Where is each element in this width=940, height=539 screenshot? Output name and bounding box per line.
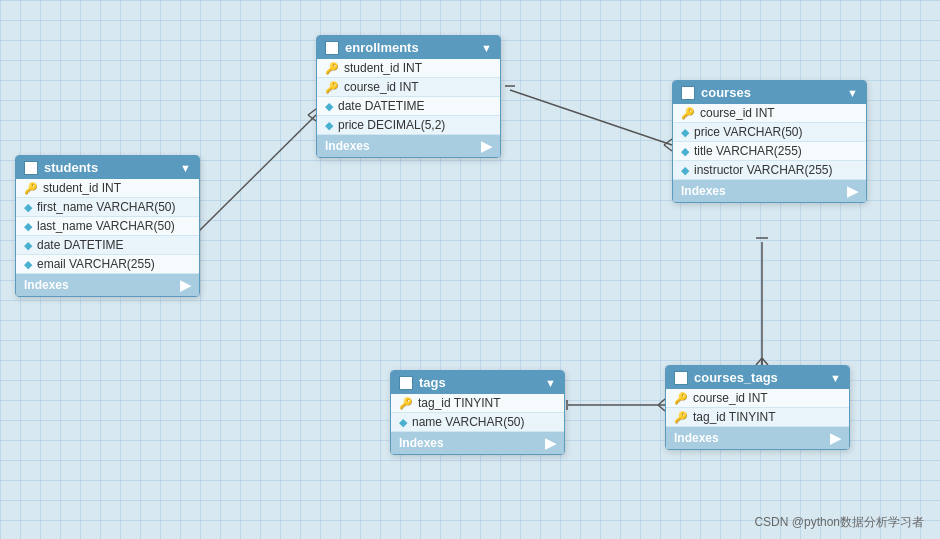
- tags-indexes[interactable]: Indexes ▶: [391, 432, 564, 454]
- table-tags: tags ▼ 🔑 tag_id TINYINT ◆ name VARCHAR(5…: [390, 370, 565, 455]
- tags-col-2: ◆ name VARCHAR(50): [391, 413, 564, 432]
- tags-col-2-text: name VARCHAR(50): [412, 415, 524, 429]
- diamond-icon: ◆: [325, 100, 333, 113]
- table-courses-tags: courses_tags ▼ 🔑 course_id INT 🔑 tag_id …: [665, 365, 850, 450]
- enrollments-col-1-text: student_id INT: [344, 61, 422, 75]
- courses-dropdown-arrow[interactable]: ▼: [847, 87, 858, 99]
- students-col-4-text: date DATETIME: [37, 238, 123, 252]
- table-enrollments: enrollments ▼ 🔑 student_id INT 🔑 course_…: [316, 35, 501, 158]
- courses-tags-indexes-arrow: ▶: [830, 430, 841, 446]
- table-icon-enrollments: [325, 41, 339, 55]
- courses-tags-col-2-text: tag_id TINYINT: [693, 410, 775, 424]
- enrollments-col-4: ◆ price DECIMAL(5,2): [317, 116, 500, 135]
- diamond-icon: ◆: [399, 416, 407, 429]
- courses-col-1-text: course_id INT: [700, 106, 775, 120]
- table-students-name: students: [44, 160, 98, 175]
- table-icon-students: [24, 161, 38, 175]
- pk-icon: 🔑: [325, 62, 339, 75]
- enrollments-indexes-arrow: ▶: [481, 138, 492, 154]
- courses-col-2-text: price VARCHAR(50): [694, 125, 802, 139]
- courses-tags-col-2: 🔑 tag_id TINYINT: [666, 408, 849, 427]
- svg-line-8: [664, 145, 672, 151]
- enrollments-indexes[interactable]: Indexes ▶: [317, 135, 500, 157]
- table-enrollments-name: enrollments: [345, 40, 419, 55]
- pk-icon: 🔑: [24, 182, 38, 195]
- diamond-icon: ◆: [325, 119, 333, 132]
- diamond-icon: ◆: [24, 220, 32, 233]
- tags-col-1: 🔑 tag_id TINYINT: [391, 394, 564, 413]
- diamond-icon: ◆: [681, 164, 689, 177]
- table-courses-tags-header: courses_tags ▼: [666, 366, 849, 389]
- students-col-3-text: last_name VARCHAR(50): [37, 219, 175, 233]
- students-indexes-label: Indexes: [24, 278, 69, 292]
- courses-tags-col-1-text: course_id INT: [693, 391, 768, 405]
- pk-icon: 🔑: [674, 411, 688, 424]
- students-col-2-text: first_name VARCHAR(50): [37, 200, 175, 214]
- diamond-icon: ◆: [24, 239, 32, 252]
- pk-icon: 🔑: [399, 397, 413, 410]
- courses-col-1: 🔑 course_id INT: [673, 104, 866, 123]
- table-courses-tags-name: courses_tags: [694, 370, 778, 385]
- courses-col-4: ◆ instructor VARCHAR(255): [673, 161, 866, 180]
- svg-line-0: [195, 115, 316, 235]
- table-students: students ▼ 🔑 student_id INT ◆ first_name…: [15, 155, 200, 297]
- pk-icon: 🔑: [325, 81, 339, 94]
- pk-icon: 🔑: [681, 107, 695, 120]
- tags-indexes-arrow: ▶: [545, 435, 556, 451]
- courses-indexes-label: Indexes: [681, 184, 726, 198]
- svg-line-5: [510, 90, 672, 145]
- table-courses: courses ▼ 🔑 course_id INT ◆ price VARCHA…: [672, 80, 867, 203]
- table-students-header: students ▼: [16, 156, 199, 179]
- enrollments-col-2: 🔑 course_id INT: [317, 78, 500, 97]
- enrollments-col-3-text: date DATETIME: [338, 99, 424, 113]
- enrollments-dropdown-arrow[interactable]: ▼: [481, 42, 492, 54]
- watermark: CSDN @python数据分析学习者: [754, 514, 924, 531]
- courses-col-4-text: instructor VARCHAR(255): [694, 163, 832, 177]
- svg-line-12: [762, 358, 768, 365]
- courses-indexes-arrow: ▶: [847, 183, 858, 199]
- students-col-4: ◆ date DATETIME: [16, 236, 199, 255]
- students-col-5-text: email VARCHAR(255): [37, 257, 155, 271]
- students-indexes-arrow: ▶: [180, 277, 191, 293]
- students-col-1: 🔑 student_id INT: [16, 179, 199, 198]
- courses-tags-col-1: 🔑 course_id INT: [666, 389, 849, 408]
- diamond-icon: ◆: [24, 201, 32, 214]
- courses-col-2: ◆ price VARCHAR(50): [673, 123, 866, 142]
- enrollments-col-3: ◆ date DATETIME: [317, 97, 500, 116]
- table-enrollments-header: enrollments ▼: [317, 36, 500, 59]
- tags-dropdown-arrow[interactable]: ▼: [545, 377, 556, 389]
- svg-line-17: [658, 399, 665, 405]
- courses-col-3-text: title VARCHAR(255): [694, 144, 802, 158]
- table-courses-name: courses: [701, 85, 751, 100]
- students-col-2: ◆ first_name VARCHAR(50): [16, 198, 199, 217]
- enrollments-indexes-label: Indexes: [325, 139, 370, 153]
- students-col-1-text: student_id INT: [43, 181, 121, 195]
- courses-tags-indexes[interactable]: Indexes ▶: [666, 427, 849, 449]
- tags-indexes-label: Indexes: [399, 436, 444, 450]
- table-tags-name: tags: [419, 375, 446, 390]
- enrollments-col-2-text: course_id INT: [344, 80, 419, 94]
- courses-tags-dropdown-arrow[interactable]: ▼: [830, 372, 841, 384]
- enrollments-col-1: 🔑 student_id INT: [317, 59, 500, 78]
- students-col-3: ◆ last_name VARCHAR(50): [16, 217, 199, 236]
- students-dropdown-arrow[interactable]: ▼: [180, 162, 191, 174]
- diamond-icon: ◆: [681, 145, 689, 158]
- svg-line-18: [658, 405, 665, 411]
- svg-line-3: [308, 109, 316, 115]
- diamond-icon: ◆: [24, 258, 32, 271]
- students-col-5: ◆ email VARCHAR(255): [16, 255, 199, 274]
- table-courses-header: courses ▼: [673, 81, 866, 104]
- table-tags-header: tags ▼: [391, 371, 564, 394]
- svg-line-11: [756, 358, 762, 365]
- students-indexes[interactable]: Indexes ▶: [16, 274, 199, 296]
- tags-col-1-text: tag_id TINYINT: [418, 396, 500, 410]
- courses-tags-indexes-label: Indexes: [674, 431, 719, 445]
- courses-col-3: ◆ title VARCHAR(255): [673, 142, 866, 161]
- diamond-icon: ◆: [681, 126, 689, 139]
- pk-icon: 🔑: [674, 392, 688, 405]
- svg-line-7: [664, 139, 672, 145]
- courses-indexes[interactable]: Indexes ▶: [673, 180, 866, 202]
- table-icon-tags: [399, 376, 413, 390]
- svg-line-4: [308, 115, 316, 121]
- enrollments-col-4-text: price DECIMAL(5,2): [338, 118, 445, 132]
